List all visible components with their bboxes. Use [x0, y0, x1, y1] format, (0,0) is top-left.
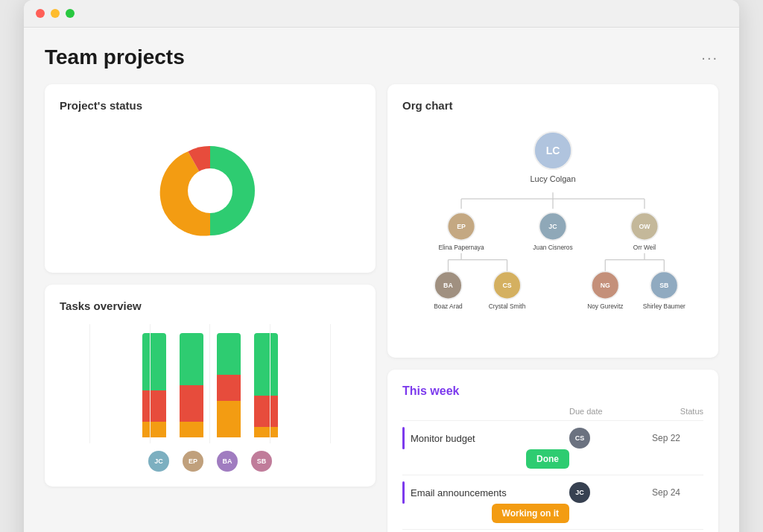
- org-name-root: Lucy Colgan: [530, 174, 575, 183]
- tasks-overview-card: Tasks overview JCEPBASB: [45, 285, 376, 487]
- task-avatar: JC: [569, 482, 590, 503]
- task-name: Monitor budget: [411, 433, 475, 444]
- bar-avatar: JC: [148, 451, 169, 472]
- bar-segment-green: [217, 333, 241, 375]
- task-left: Email announcements: [402, 481, 569, 504]
- bar-segment-yellow: [254, 427, 278, 437]
- pie-chart-container: [60, 124, 361, 258]
- task-border-indicator: [402, 427, 405, 449]
- bar-chart: [60, 324, 361, 443]
- pie-chart: [151, 131, 270, 250]
- task-border-indicator: [402, 481, 405, 504]
- task-row: Monitor budgetCSSep 22Done: [402, 420, 703, 475]
- bar-segment-green: [180, 333, 203, 385]
- bar-group: [217, 333, 241, 437]
- task-due-date: Sep 22: [629, 433, 703, 443]
- left-column: Project's status: [45, 84, 376, 532]
- this-week-card: This week Due date Status Monitor budget…: [387, 370, 718, 532]
- bar-avatar: SB: [251, 451, 272, 472]
- org-chart-title: Org chart: [402, 99, 703, 112]
- tasks-overview-title: Tasks overview: [60, 300, 361, 312]
- bar-segment-yellow: [142, 422, 166, 437]
- bar-group: [254, 333, 278, 437]
- more-options-button[interactable]: ···: [701, 49, 718, 66]
- bar: [254, 333, 278, 437]
- minimize-dot[interactable]: [51, 9, 60, 18]
- task-row: Email announcementsJCSep 24Working on it: [402, 475, 703, 529]
- page-title: Team projects: [45, 45, 185, 69]
- projects-status-title: Project's status: [60, 99, 361, 112]
- due-date-col-header: Due date: [569, 407, 629, 416]
- bar-group: [180, 333, 203, 437]
- bar-avatar: EP: [183, 451, 203, 472]
- right-column: Org chart LC Lucy Colgan EP Elina Papern…: [387, 84, 718, 532]
- bar-avatar: BA: [217, 451, 238, 472]
- this-week-title: This week: [402, 384, 703, 398]
- main-window: Team projects ··· Project's status: [24, 0, 739, 532]
- task-col-header: [408, 407, 569, 416]
- bar: [217, 333, 241, 437]
- task-left: Monitor budget: [402, 427, 569, 449]
- task-row: Schedule kick-off meetingNGSep 25Stuck: [402, 529, 703, 532]
- bar-segment-yellow: [217, 401, 241, 437]
- page-header: Team projects ···: [45, 45, 718, 69]
- close-dot[interactable]: [36, 9, 45, 18]
- tasks-list: Monitor budgetCSSep 22DoneEmail announce…: [402, 420, 703, 532]
- tasks-table-header: Due date Status: [402, 407, 703, 420]
- bar-segment-red: [217, 375, 241, 401]
- svg-point-1: [188, 168, 232, 213]
- bar-group: [142, 333, 166, 437]
- org-tree-svg: EP Elina Papernaya JC Juan Cisneros OW O…: [402, 183, 703, 332]
- content-area: Team projects ··· Project's status: [24, 28, 739, 532]
- bar-segment-red: [180, 385, 203, 422]
- status-badge[interactable]: Working on it: [492, 504, 569, 523]
- bar-segment-green: [142, 333, 166, 390]
- projects-status-card: Project's status: [45, 84, 376, 273]
- maximize-dot[interactable]: [66, 9, 75, 18]
- org-node-root: LC Lucy Colgan: [530, 131, 575, 183]
- status-col-header: Status: [629, 407, 703, 416]
- bar: [142, 333, 166, 437]
- task-name: Email announcements: [411, 487, 507, 498]
- task-due-date: Sep 24: [629, 487, 703, 498]
- bar-segment-red: [254, 396, 278, 427]
- status-badge[interactable]: Done: [526, 449, 569, 469]
- main-grid: Project's status: [45, 84, 718, 532]
- task-avatar: CS: [569, 428, 590, 449]
- bar-segment-red: [142, 390, 166, 422]
- task-status-cell: Working on it: [402, 504, 569, 523]
- bar-segment-yellow: [180, 422, 203, 437]
- title-bar: [24, 0, 739, 28]
- bar: [180, 333, 203, 437]
- org-chart-card: Org chart LC Lucy Colgan EP Elina Papern…: [387, 84, 718, 358]
- org-chart-wrapper: LC Lucy Colgan EP Elina Papernaya JC Jua…: [402, 124, 703, 343]
- task-status-cell: Done: [402, 449, 569, 469]
- bar-segment-green: [254, 333, 278, 396]
- org-avatar-root: LC: [534, 131, 572, 170]
